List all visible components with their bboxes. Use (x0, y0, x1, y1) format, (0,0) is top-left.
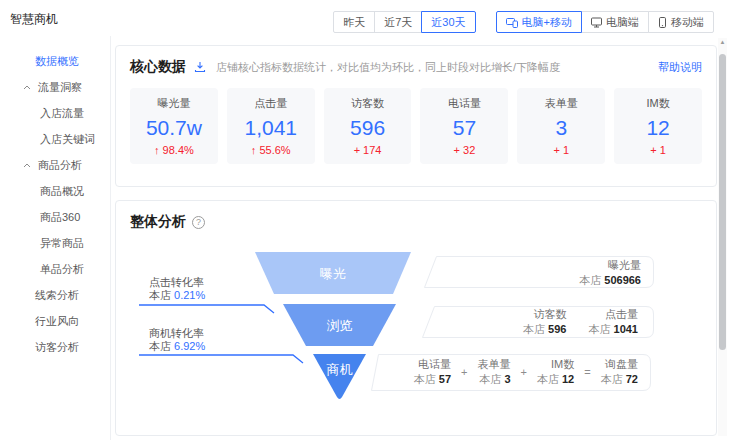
metric-change-up: ↑ 98.4% (154, 144, 194, 156)
equals-operator: = (584, 366, 590, 378)
filter-pc-and-mobile[interactable]: 电脑+移动 (496, 11, 582, 33)
stat-box-visit: 访客数 本店 596 点击量 本店 1041 (430, 307, 638, 337)
core-data-card: 核心数据 店铺核心指标数据统计，对比值均为环比，同上时段对比增长/下降幅度 帮助… (115, 45, 717, 187)
metric-phone-calls: 电话量 57 + 32 (420, 88, 508, 164)
metric-visitors: 访客数 596 + 174 (324, 88, 412, 164)
help-link[interactable]: 帮助说明 (658, 60, 702, 75)
app-title: 智慧商机 (10, 9, 58, 28)
scrollbar-track[interactable]: ▲ (718, 38, 727, 436)
topbar: 智慧商机 昨天 近7天 近30天 电脑+移动 电脑端 (0, 0, 730, 36)
sidebar-item-product-analysis[interactable]: 商品分析 (0, 152, 110, 178)
core-data-title: 核心数据 (130, 58, 186, 76)
metric-change-up: ↑ 55.6% (251, 144, 291, 156)
overall-analysis-card: 整体分析 ? 曝光 浏览 商机 (115, 200, 717, 436)
stat-box-exposure: 曝光量 本店 506966 (436, 258, 641, 288)
annotation-opportunity-rate: 商机转化率 本店 6.92% (149, 327, 205, 353)
overall-analysis-header: 整体分析 ? (130, 213, 702, 231)
help-circle-icon[interactable]: ? (192, 216, 205, 229)
sidebar-item-store-traffic[interactable]: 入店流量 (0, 100, 110, 126)
stat-box-leads: 电话量 本店 57 + 表单量 本店 3 + IM数 本店 (378, 357, 638, 387)
metric-clicks: 点击量 1,041 ↑ 55.6% (227, 88, 315, 164)
scrollbar-up-arrow[interactable]: ▲ (718, 39, 727, 45)
core-data-header: 核心数据 店铺核心指标数据统计，对比值均为环比，同上时段对比增长/下降幅度 帮助… (130, 58, 702, 76)
sidebar-item-traffic-insight[interactable]: 流量洞察 (0, 74, 110, 100)
funnel-label-browse: 浏览 (283, 317, 396, 335)
core-data-description: 店铺核心指标数据统计，对比值均为环比，同上时段对比增长/下降幅度 (216, 60, 560, 75)
filter-last7days[interactable]: 近7天 (374, 11, 422, 33)
sidebar-item-single-product[interactable]: 单品分析 (0, 256, 110, 282)
sidebar-item-data-overview[interactable]: 数据概览 (0, 48, 110, 74)
sidebar-item-leads-analysis[interactable]: 线索分析 (0, 282, 110, 308)
funnel-chart: 曝光 浏览 商机 点击转化率 本店 0.21% 商机转化率 本店 6.92% (130, 237, 702, 415)
phone-icon (658, 17, 667, 28)
leader-line-opportunity-rate (139, 355, 303, 363)
annotation-click-rate: 点击转化率 本店 0.21% (149, 276, 205, 302)
page-body: 数据概览 流量洞察 入店流量 入店关键词 商品分析 商品概况 商品360 异常商… (0, 36, 730, 440)
stat-im: IM数 本店 12 (537, 357, 574, 387)
download-icon[interactable] (194, 61, 206, 73)
sidebar-item-visitor-analysis[interactable]: 访客分析 (0, 334, 110, 360)
metric-im: IM数 12 + 1 (614, 88, 702, 164)
scrollbar-thumb[interactable] (719, 54, 726, 350)
filter-yesterday[interactable]: 昨天 (333, 11, 375, 33)
plus-operator: + (521, 366, 527, 378)
stat-visitors: 访客数 本店 596 (523, 307, 566, 337)
stat-inquiries-total: 询盘量 本店 72 (601, 357, 638, 387)
filter-pc[interactable]: 电脑端 (581, 11, 649, 33)
leader-line-click-rate (139, 305, 274, 313)
plus-operator: + (461, 366, 467, 378)
date-filter-group: 昨天 近7天 近30天 (333, 11, 475, 33)
funnel-label-opportunity: 商机 (313, 361, 366, 379)
stat-clicks: 点击量 本店 1041 (588, 307, 638, 337)
device-filter-group: 电脑+移动 电脑端 移动端 (496, 11, 714, 33)
sidebar-item-product-overview[interactable]: 商品概况 (0, 178, 110, 204)
metric-forms: 表单量 3 + 1 (517, 88, 605, 164)
main-content: 核心数据 店铺核心指标数据统计，对比值均为环比，同上时段对比增长/下降幅度 帮助… (111, 36, 730, 440)
pc-mobile-icon (506, 17, 518, 28)
stat-forms: 表单量 本店 3 (478, 357, 511, 387)
sidebar-item-abnormal-products[interactable]: 异常商品 (0, 230, 110, 256)
sidebar-item-industry-trends[interactable]: 行业风向 (0, 308, 110, 334)
chevron-up-icon (23, 85, 31, 90)
chevron-up-icon (23, 163, 31, 168)
filter-last30days[interactable]: 近30天 (421, 11, 475, 33)
metric-exposure: 曝光量 50.7w ↑ 98.4% (130, 88, 218, 164)
metric-tiles: 曝光量 50.7w ↑ 98.4% 点击量 1,041 ↑ 55.6% 访客数 … (130, 88, 702, 164)
topbar-controls: 昨天 近7天 近30天 电脑+移动 电脑端 移动端 (333, 11, 714, 33)
sidebar-item-store-keywords[interactable]: 入店关键词 (0, 126, 110, 152)
sidebar: 数据概览 流量洞察 入店流量 入店关键词 商品分析 商品概况 商品360 异常商… (0, 36, 111, 440)
overall-analysis-title: 整体分析 (130, 213, 186, 231)
stat-phone: 电话量 本店 57 (414, 357, 451, 387)
filter-mobile[interactable]: 移动端 (648, 11, 714, 33)
monitor-icon (591, 17, 602, 28)
funnel-label-exposure: 曝光 (255, 265, 411, 283)
sidebar-item-product-360[interactable]: 商品360 (0, 204, 110, 230)
